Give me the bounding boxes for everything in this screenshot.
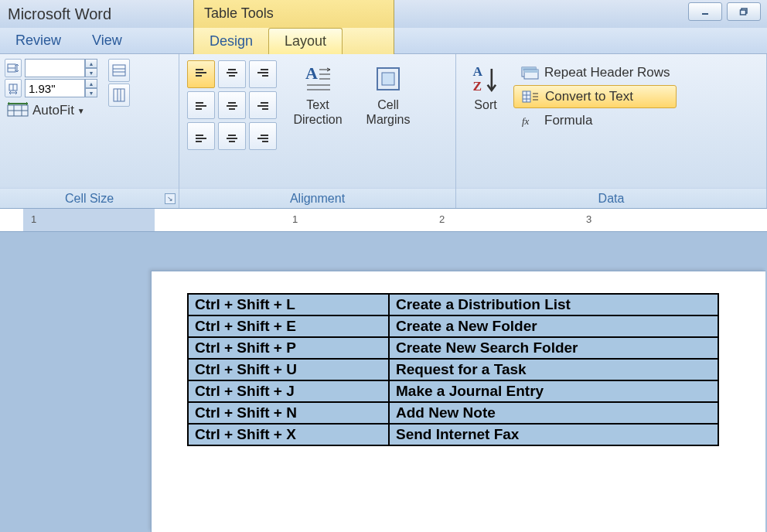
alignment-grid: [187, 60, 277, 150]
sort-icon: AZ: [470, 63, 501, 94]
cell-margins-icon: [373, 63, 404, 94]
action-cell[interactable]: Add New Note: [389, 402, 718, 424]
action-cell[interactable]: Send Internet Fax: [389, 424, 718, 445]
cell-margins-label: Cell Margins: [365, 97, 411, 127]
table-row[interactable]: Ctrl + Shift + XSend Internet Fax: [188, 424, 718, 445]
group-label-alignment: Alignment: [179, 188, 455, 208]
autofit-button[interactable]: AutoFit ▼: [5, 101, 97, 121]
action-cell[interactable]: Create a New Folder: [389, 315, 718, 337]
minimize-button[interactable]: [688, 2, 722, 21]
align-bot-right[interactable]: [249, 122, 277, 150]
table-row[interactable]: Ctrl + Shift + NAdd New Note: [188, 402, 718, 424]
svg-text:Z: Z: [472, 79, 482, 94]
align-bot-center[interactable]: [218, 122, 246, 150]
tab-design[interactable]: Design: [194, 29, 268, 54]
svg-text:A: A: [472, 64, 482, 79]
align-bot-left[interactable]: [187, 122, 215, 150]
convert-to-text-button[interactable]: Convert to Text: [513, 85, 677, 108]
sort-button[interactable]: AZ Sort: [464, 60, 507, 115]
ribbon: ▲ ▼ ▲ ▼: [0, 54, 767, 209]
align-mid-right[interactable]: [249, 91, 277, 119]
formula-label: Formula: [544, 113, 592, 128]
svg-rect-14: [113, 65, 125, 76]
group-alignment: A Text Direction Cell Margins Alignment: [179, 54, 456, 208]
svg-rect-2: [741, 10, 746, 15]
formula-icon: fx: [520, 113, 540, 128]
table-row[interactable]: Ctrl + Shift + LCreate a Distribution Li…: [188, 294, 718, 315]
tab-view[interactable]: View: [77, 28, 138, 53]
align-top-right[interactable]: [249, 60, 277, 88]
restore-button[interactable]: [727, 2, 761, 21]
action-cell[interactable]: Create New Search Folder: [389, 337, 718, 359]
text-direction-label: Text Direction: [291, 97, 345, 127]
tab-layout[interactable]: Layout: [268, 28, 343, 54]
shortcut-cell[interactable]: Ctrl + Shift + E: [188, 315, 389, 337]
action-cell[interactable]: Create a Distribution List: [389, 294, 718, 315]
svg-text:fx: fx: [522, 115, 530, 127]
repeat-header-icon: [520, 65, 540, 80]
shortcut-table[interactable]: Ctrl + Shift + LCreate a Distribution Li…: [187, 293, 719, 446]
shortcut-cell[interactable]: Ctrl + Shift + X: [188, 424, 389, 445]
row-height-icon[interactable]: [5, 59, 22, 77]
tab-review[interactable]: Review: [0, 28, 77, 53]
group-label-data: Data: [456, 188, 766, 208]
action-cell[interactable]: Request for a Task: [389, 359, 718, 380]
row-height-up[interactable]: ▲: [85, 59, 97, 68]
row-height-down[interactable]: ▼: [85, 68, 97, 77]
align-mid-center[interactable]: [218, 91, 246, 119]
formula-button[interactable]: fx Formula: [513, 110, 677, 131]
text-direction-icon: A: [302, 63, 333, 94]
page[interactable]: Ctrl + Shift + LCreate a Distribution Li…: [151, 271, 765, 532]
group-cell-size: ▲ ▼ ▲ ▼: [0, 54, 179, 208]
shortcut-cell[interactable]: Ctrl + Shift + N: [188, 402, 389, 424]
shortcut-cell[interactable]: Ctrl + Shift + P: [188, 337, 389, 359]
distribute-rows-button[interactable]: [108, 59, 130, 82]
convert-to-text-label: Convert to Text: [545, 89, 633, 104]
shortcut-cell[interactable]: Ctrl + Shift + J: [188, 380, 389, 402]
col-width-icon[interactable]: [5, 79, 22, 97]
repeat-header-label: Repeat Header Rows: [544, 65, 670, 80]
autofit-icon: [6, 102, 29, 119]
svg-rect-61: [524, 70, 538, 73]
shortcut-cell[interactable]: Ctrl + Shift + U: [188, 359, 389, 380]
repeat-header-rows-button[interactable]: Repeat Header Rows: [513, 62, 677, 84]
cell-margins-button[interactable]: Cell Margins: [359, 60, 418, 130]
table-row[interactable]: Ctrl + Shift + JMake a Journal Entry: [188, 380, 718, 402]
col-width-input[interactable]: [25, 79, 85, 97]
horizontal-ruler[interactable]: 1 1 2 3: [0, 209, 767, 232]
group-label-cell-size: Cell Size ↘: [0, 188, 179, 208]
table-row[interactable]: Ctrl + Shift + ECreate a New Folder: [188, 315, 718, 337]
dropdown-arrow-icon: ▼: [77, 107, 85, 115]
cell-size-dialog-launcher[interactable]: ↘: [165, 193, 176, 204]
ribbon-tabs: Review View Design Layout: [0, 28, 767, 54]
table-row[interactable]: Ctrl + Shift + URequest for a Task: [188, 359, 718, 380]
action-cell[interactable]: Make a Journal Entry: [389, 380, 718, 402]
title-bar: Microsoft Word Table Tools: [0, 0, 767, 28]
align-top-left[interactable]: [187, 60, 215, 88]
shortcut-cell[interactable]: Ctrl + Shift + L: [188, 294, 389, 315]
autofit-label: AutoFit: [32, 103, 74, 118]
distribute-cols-button[interactable]: [108, 84, 130, 107]
align-mid-left[interactable]: [187, 91, 215, 119]
document-area: Ctrl + Shift + LCreate a Distribution Li…: [0, 232, 767, 532]
app-title: Microsoft Word: [0, 5, 111, 23]
table-row[interactable]: Ctrl + Shift + PCreate New Search Folder: [188, 337, 718, 359]
text-direction-button[interactable]: A Text Direction: [285, 60, 351, 130]
svg-rect-17: [114, 89, 124, 101]
convert-to-text-icon: [520, 89, 540, 104]
sort-label: Sort: [474, 97, 496, 112]
col-width-up[interactable]: ▲: [85, 79, 97, 88]
align-top-center[interactable]: [218, 60, 246, 88]
group-data: AZ Sort Repeat Header Rows Convert to Te…: [456, 54, 767, 208]
row-height-input[interactable]: [25, 59, 85, 77]
col-width-down[interactable]: ▼: [85, 88, 97, 97]
contextual-tab-title: Table Tools: [204, 5, 274, 22]
svg-text:A: A: [305, 63, 318, 83]
svg-rect-54: [382, 73, 394, 85]
